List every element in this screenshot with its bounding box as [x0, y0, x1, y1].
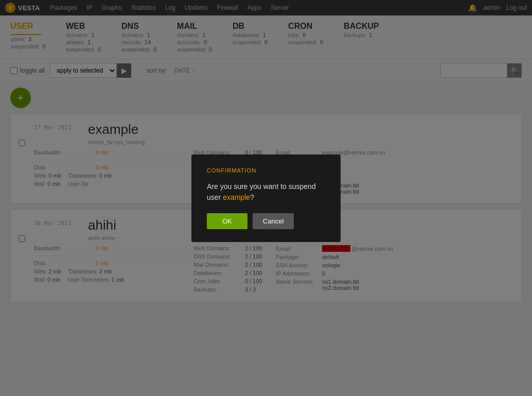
- modal-message-highlight: example: [223, 193, 250, 201]
- modal-title: CONFIRMATION: [207, 167, 325, 174]
- confirmation-modal-box: CONFIRMATION Are you sure you want to su…: [191, 154, 341, 242]
- modal-message-2: ?: [250, 193, 254, 201]
- modal-message: Are you sure you want to suspend user ex…: [207, 181, 325, 203]
- modal-buttons: OK Cancel: [207, 213, 325, 229]
- confirmation-modal-overlay: CONFIRMATION Are you sure you want to su…: [0, 0, 532, 308]
- modal-ok-button[interactable]: OK: [207, 213, 247, 229]
- modal-cancel-button[interactable]: Cancel: [253, 213, 294, 229]
